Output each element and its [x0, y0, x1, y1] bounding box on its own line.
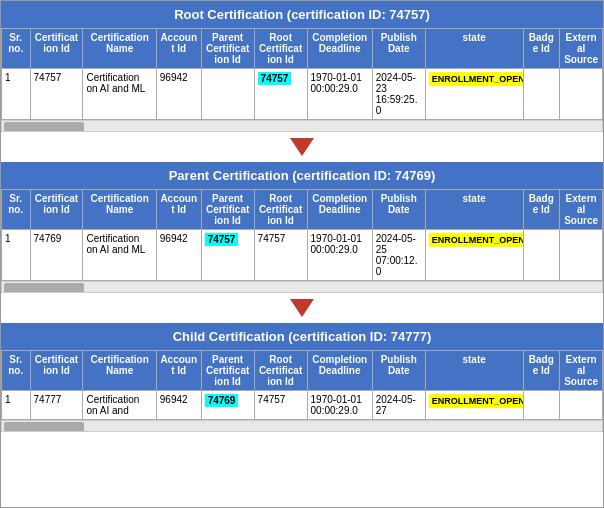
th-cert-id: Certification Id [30, 29, 83, 69]
root-row-external [560, 69, 603, 120]
parent-table-wrapper: Sr. no. Certification Id Certification N… [1, 189, 603, 281]
parent-row-root-cert-id: 74757 [254, 230, 307, 281]
parent-scrollbar-thumb[interactable] [4, 283, 84, 293]
arrow-down-icon-1 [290, 138, 314, 156]
th-external-source-p: External Source [560, 190, 603, 230]
child-table: Sr. no. Certification Id Certification N… [1, 350, 603, 420]
child-row-completion: 1970-01-01 00:00:29.0 [307, 391, 372, 420]
th-cert-id-p: Certification Id [30, 190, 83, 230]
child-row-root-cert-id: 74757 [254, 391, 307, 420]
th-cert-name: Certification Name [83, 29, 156, 69]
root-row-root-cert-id: 74757 [254, 69, 307, 120]
root-section: Root Certification (certification ID: 74… [1, 1, 603, 132]
th-parent-cert-id-p: Parent Certification Id [201, 190, 254, 230]
th-sr-no-c: Sr. no. [2, 351, 31, 391]
root-row-cert-name: Certification on AI and ML [83, 69, 156, 120]
th-parent-cert-id: Parent Certification Id [201, 29, 254, 69]
th-cert-name-c: Certification Name [83, 351, 156, 391]
th-root-cert-id-c: Root Certification Id [254, 351, 307, 391]
root-row-sr: 1 [2, 69, 31, 120]
th-sr-no: Sr. no. [2, 29, 31, 69]
parent-section-header: Parent Certification (certification ID: … [1, 162, 603, 189]
child-row-external [560, 391, 603, 420]
th-state-p: state [425, 190, 523, 230]
root-row-parent-cert-id [201, 69, 254, 120]
th-badge-id-p: Badge Id [523, 190, 560, 230]
child-row-state: ENROLLMENT_OPEN [425, 391, 523, 420]
child-table-wrapper: Sr. no. Certification Id Certification N… [1, 350, 603, 420]
th-account-id-c: Account Id [156, 351, 201, 391]
parent-table: Sr. no. Certification Id Certification N… [1, 189, 603, 281]
root-enrollment-badge: ENROLLMENT_OPEN [429, 72, 523, 86]
parent-table-header-row: Sr. no. Certification Id Certification N… [2, 190, 603, 230]
arrow-down-icon-2 [290, 299, 314, 317]
th-state: state [425, 29, 523, 69]
th-account-id-p: Account Id [156, 190, 201, 230]
parent-row-publish-date: 2024-05-25 07:00:12.0 [372, 230, 425, 281]
th-parent-cert-id-c: Parent Certification Id [201, 351, 254, 391]
child-row-cert-id: 74777 [30, 391, 83, 420]
parent-enrollment-badge: ENROLLMENT_OPEN [429, 233, 523, 247]
root-row-cert-id: 74757 [30, 69, 83, 120]
th-sr-no-p: Sr. no. [2, 190, 31, 230]
parent-section: Parent Certification (certification ID: … [1, 162, 603, 293]
child-parent-cert-id-highlight: 74769 [205, 394, 239, 407]
child-scrollbar-thumb[interactable] [4, 422, 84, 432]
root-row-account-id: 96942 [156, 69, 201, 120]
parent-row-badge-id [523, 230, 560, 281]
child-section: Child Certification (certification ID: 7… [1, 323, 603, 432]
arrow-1 [1, 132, 603, 162]
child-enrollment-badge: ENROLLMENT_OPEN [429, 394, 523, 408]
parent-table-row: 1 74769 Certification on AI and ML 96942… [2, 230, 603, 281]
th-external-source-c: External Source [560, 351, 603, 391]
root-scrollbar[interactable] [1, 120, 603, 132]
root-section-header: Root Certification (certification ID: 74… [1, 1, 603, 28]
parent-cert-id-highlight: 74757 [205, 233, 239, 246]
root-table-wrapper: Sr. no. Certification Id Certification N… [1, 28, 603, 120]
parent-row-cert-name: Certification on AI and ML [83, 230, 156, 281]
th-root-cert-id: Root Certification Id [254, 29, 307, 69]
th-cert-id-c: Certification Id [30, 351, 83, 391]
th-state-c: state [425, 351, 523, 391]
root-scrollbar-thumb[interactable] [4, 122, 84, 132]
parent-row-completion: 1970-01-01 00:00:29.0 [307, 230, 372, 281]
root-table-row: 1 74757 Certification on AI and ML 96942… [2, 69, 603, 120]
th-publish-date: Publish Date [372, 29, 425, 69]
child-row-account-id: 96942 [156, 391, 201, 420]
parent-row-account-id: 96942 [156, 230, 201, 281]
child-row-cert-name: Certification on AI and [83, 391, 156, 420]
parent-row-sr: 1 [2, 230, 31, 281]
th-completion-deadline: Completion Deadline [307, 29, 372, 69]
th-root-cert-id-p: Root Certification Id [254, 190, 307, 230]
th-completion-deadline-c: Completion Deadline [307, 351, 372, 391]
th-publish-date-c: Publish Date [372, 351, 425, 391]
th-completion-deadline-p: Completion Deadline [307, 190, 372, 230]
parent-row-external [560, 230, 603, 281]
parent-row-state: ENROLLMENT_OPEN [425, 230, 523, 281]
child-row-sr: 1 [2, 391, 31, 420]
root-row-badge-id [523, 69, 560, 120]
root-row-publish-date: 2024-05-23 16:59:25.0 [372, 69, 425, 120]
child-row-parent-cert-id: 74769 [201, 391, 254, 420]
parent-row-cert-id: 74769 [30, 230, 83, 281]
child-table-row: 1 74777 Certification on AI and 96942 74… [2, 391, 603, 420]
arrow-2 [1, 293, 603, 323]
child-row-badge-id [523, 391, 560, 420]
child-scrollbar[interactable] [1, 420, 603, 432]
parent-row-parent-cert-id: 74757 [201, 230, 254, 281]
root-cert-id-highlight: 74757 [258, 72, 292, 85]
th-badge-id-c: Badge Id [523, 351, 560, 391]
th-account-id: Account Id [156, 29, 201, 69]
child-row-publish-date: 2024-05-27 [372, 391, 425, 420]
root-row-completion: 1970-01-01 00:00:29.0 [307, 69, 372, 120]
th-badge-id: Badge Id [523, 29, 560, 69]
child-section-header: Child Certification (certification ID: 7… [1, 323, 603, 350]
root-row-state: ENROLLMENT_OPEN [425, 69, 523, 120]
th-publish-date-p: Publish Date [372, 190, 425, 230]
page-container: Root Certification (certification ID: 74… [1, 1, 603, 432]
th-cert-name-p: Certification Name [83, 190, 156, 230]
th-external-source: External Source [560, 29, 603, 69]
root-table-header-row: Sr. no. Certification Id Certification N… [2, 29, 603, 69]
parent-scrollbar[interactable] [1, 281, 603, 293]
child-table-header-row: Sr. no. Certification Id Certification N… [2, 351, 603, 391]
